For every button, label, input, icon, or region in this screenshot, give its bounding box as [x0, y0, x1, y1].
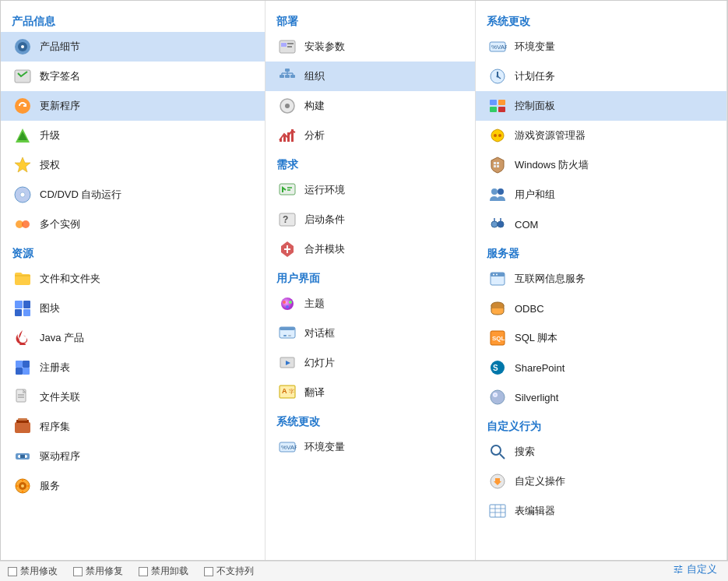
- menu-item-block[interactable]: 图块: [1, 294, 265, 323]
- menu-item-theme[interactable]: 主题: [266, 289, 475, 319]
- sharepoint-icon: S: [487, 357, 508, 379]
- file-assoc-icon: [12, 386, 33, 408]
- multi-instance-icon: [12, 213, 33, 235]
- menu-item-start-cond[interactable]: ? 启动条件: [266, 205, 475, 234]
- menu-item-upgrade[interactable]: 升级: [1, 121, 265, 150]
- menu-item-cd-auto[interactable]: CD/DVD 自动运行: [1, 180, 265, 210]
- schedule-task-icon: [487, 65, 508, 87]
- menu-item-windows-fw[interactable]: Windows 防火墙: [476, 150, 726, 180]
- bottom-item-4[interactable]: 不支持列: [204, 565, 254, 578]
- slideshow-icon: [276, 352, 298, 374]
- menu-item-dialog[interactable]: 对话框: [266, 319, 475, 348]
- svg-point-108: [491, 445, 501, 455]
- menu-item-iis[interactable]: 互联网信息服务: [476, 264, 726, 294]
- menu-item-driver[interactable]: 驱动程序: [1, 442, 265, 471]
- merge-module-icon: [276, 238, 298, 260]
- silverlight-icon: [487, 386, 508, 408]
- svg-point-8: [20, 192, 25, 197]
- section-header-server: 服务器: [476, 242, 726, 264]
- iis-icon: [487, 268, 508, 290]
- svg-point-98: [493, 274, 494, 276]
- dialog-icon: [276, 322, 298, 344]
- svg-rect-88: [494, 165, 496, 167]
- section-header-deploy: 部署: [266, 10, 475, 32]
- com-icon: [487, 213, 508, 235]
- svg-rect-13: [15, 309, 22, 316]
- upgrade-icon: [12, 125, 33, 146]
- menu-item-user-group[interactable]: 用户和组: [476, 180, 726, 210]
- menu-item-control-panel[interactable]: 控制面板: [476, 91, 726, 121]
- checkbox-2[interactable]: [73, 567, 83, 576]
- svg-rect-38: [280, 75, 284, 78]
- svg-point-93: [498, 221, 504, 227]
- svg-point-60: [283, 301, 286, 304]
- svg-text:字: 字: [289, 389, 294, 394]
- svg-rect-12: [23, 301, 30, 308]
- menu-item-env-var2[interactable]: %VAR% 环境变量: [266, 432, 475, 462]
- menu-item-java[interactable]: Java 产品: [1, 323, 265, 353]
- menu-item-service[interactable]: 服务: [1, 471, 265, 501]
- menu-item-table-editor[interactable]: 表编辑器: [476, 496, 726, 526]
- checkbox-1[interactable]: [8, 567, 17, 576]
- bottom-item-1[interactable]: 禁用修改: [8, 565, 58, 578]
- svg-point-79: [497, 76, 499, 78]
- menu-item-file-assoc[interactable]: 文件关联: [1, 382, 265, 412]
- menu-item-registry[interactable]: 注册表: [1, 353, 265, 382]
- game-mgr-icon: [487, 125, 508, 146]
- menu-item-com[interactable]: COM: [476, 210, 726, 239]
- svg-rect-49: [287, 132, 290, 142]
- menu-item-translate[interactable]: A字 翻译: [266, 378, 475, 407]
- menu-item-silverlight[interactable]: Silverlight: [476, 382, 726, 412]
- svg-rect-39: [285, 75, 290, 78]
- menu-item-program-set[interactable]: 程序集: [1, 412, 265, 442]
- checkbox-3[interactable]: [139, 567, 148, 576]
- checkbox-4[interactable]: [204, 567, 213, 576]
- svg-rect-89: [497, 165, 499, 167]
- menu-item-product-detail[interactable]: 产品细节: [1, 32, 265, 62]
- svg-rect-40: [290, 75, 295, 78]
- start-cond-icon: ?: [276, 209, 298, 231]
- svg-rect-15: [19, 343, 26, 345]
- menu-item-sharepoint[interactable]: S SharePoint: [476, 353, 726, 382]
- java-icon: [12, 327, 33, 349]
- menu-item-update[interactable]: 更新程序: [1, 91, 265, 121]
- menu-item-slideshow[interactable]: 幻灯片: [266, 348, 475, 378]
- bottom-item-3[interactable]: 禁用卸载: [139, 565, 188, 578]
- menu-item-build[interactable]: 构建: [266, 91, 475, 121]
- menu-item-sql-script[interactable]: SQL SQL 脚本: [476, 323, 726, 353]
- svg-point-61: [289, 301, 292, 304]
- menu-item-odbc[interactable]: ODBC: [476, 294, 726, 323]
- svg-rect-29: [20, 455, 25, 458]
- bottom-item-2[interactable]: 禁用修复: [73, 565, 123, 578]
- menu-item-custom-action[interactable]: 自定义操作: [476, 467, 726, 496]
- svg-rect-82: [490, 107, 497, 112]
- svg-rect-83: [498, 107, 505, 112]
- svg-rect-47: [280, 139, 282, 142]
- menu-item-game-mgr[interactable]: 游戏资源管理器: [476, 121, 726, 150]
- menu-item-schedule-task[interactable]: 计划任务: [476, 62, 726, 91]
- svg-rect-81: [498, 100, 505, 105]
- sql-script-icon: SQL: [487, 327, 508, 349]
- menu-item-multi-instance[interactable]: 多个实例: [1, 210, 265, 239]
- menu-item-digital-sign[interactable]: 数字签名: [1, 62, 265, 91]
- column-1: 产品信息 产品细节 数字签名 更新程序 升级: [1, 1, 266, 560]
- section-header-custom-behavior: 自定义行为: [476, 415, 726, 437]
- folder-icon: [12, 268, 33, 290]
- menu-item-run-env[interactable]: 运行环境: [266, 175, 475, 205]
- customize-link[interactable]: 自定义: [673, 562, 717, 576]
- menu-item-install-params[interactable]: 安装参数: [266, 32, 475, 62]
- service-icon: [12, 475, 33, 497]
- menu-item-merge-module[interactable]: 合并模块: [266, 234, 475, 264]
- menu-item-env-var[interactable]: %VAR% 环境变量: [476, 32, 726, 62]
- menu-item-auth[interactable]: 授权: [1, 150, 265, 180]
- registry-icon: [12, 357, 33, 379]
- menu-item-analysis[interactable]: 分析: [266, 121, 475, 150]
- menu-item-file-folder[interactable]: 文件和文件夹: [1, 264, 265, 294]
- svg-point-2: [21, 45, 24, 48]
- menu-item-search[interactable]: 搜索: [476, 437, 726, 467]
- svg-point-91: [498, 188, 504, 195]
- svg-rect-37: [285, 69, 290, 72]
- svg-point-46: [285, 104, 290, 108]
- svg-rect-48: [283, 136, 286, 142]
- menu-item-org[interactable]: 组织: [266, 62, 475, 91]
